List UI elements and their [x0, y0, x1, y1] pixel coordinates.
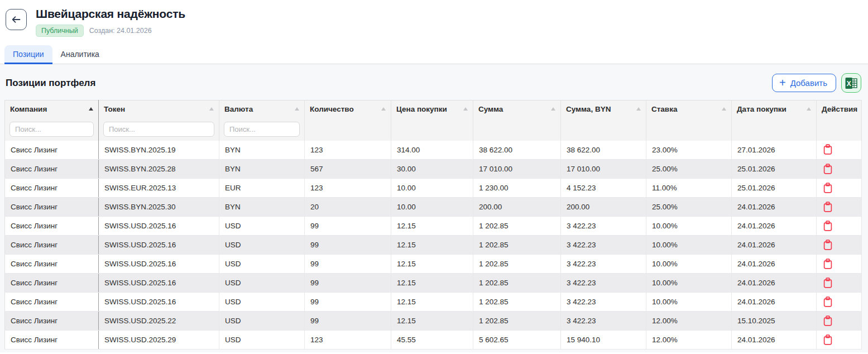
- filter-input-currency[interactable]: [224, 122, 300, 137]
- cell-rate: 10.00%: [646, 274, 732, 293]
- delete-row-button[interactable]: [822, 200, 833, 213]
- sort-asc-icon[interactable]: [722, 107, 726, 111]
- plus-icon: +: [779, 78, 786, 88]
- cell-currency: USD: [219, 274, 305, 293]
- table-row: Свисс ЛизингSWISS.BYN.2025.19BYN123314.0…: [5, 141, 862, 160]
- cell-quantity: 123: [305, 141, 391, 160]
- delete-row-button[interactable]: [822, 276, 833, 289]
- cell-quantity: 99: [305, 217, 391, 236]
- column-header-amount[interactable]: Сумма: [473, 101, 561, 118]
- cell-quantity: 567: [305, 160, 391, 179]
- sort-asc-icon[interactable]: [807, 107, 811, 111]
- filter-cell-purchase-price: [391, 118, 473, 141]
- sort-asc-icon[interactable]: [636, 107, 641, 111]
- delete-row-button[interactable]: [822, 314, 833, 327]
- cell-purchase-date: 25.01.2026: [732, 179, 817, 198]
- cell-rate: 10.00%: [646, 236, 732, 255]
- filter-cell-token: [99, 118, 219, 141]
- column-header-rate[interactable]: Ставка: [646, 101, 732, 118]
- delete-row-button[interactable]: [822, 181, 833, 194]
- cell-amount-byn: 3 422.23: [561, 255, 646, 274]
- add-position-button[interactable]: + Добавить: [772, 74, 836, 92]
- cell-currency: BYN: [219, 160, 305, 179]
- cell-rate: 10.00%: [646, 293, 732, 312]
- cell-token: SWISS.USD.2025.16: [99, 293, 219, 312]
- cell-currency: USD: [219, 312, 305, 331]
- cell-rate: 25.00%: [646, 198, 732, 217]
- cell-company: Свисс Лизинг: [5, 198, 99, 217]
- trash-icon: [823, 202, 832, 212]
- column-header-company[interactable]: Компания: [5, 101, 99, 118]
- cell-quantity: 99: [305, 312, 391, 331]
- sort-asc-icon[interactable]: [381, 107, 386, 111]
- cell-company: Свисс Лизинг: [5, 274, 99, 293]
- cell-rate: 11.00%: [646, 179, 732, 198]
- filter-input-company[interactable]: [9, 122, 94, 137]
- cell-token: SWISS.USD.2025.16: [99, 236, 219, 255]
- delete-row-button[interactable]: [822, 162, 833, 175]
- cell-purchase-price: 12.15: [391, 217, 473, 236]
- tab-positions[interactable]: Позиции: [4, 45, 52, 64]
- tab-bar: Позиции Аналитика: [0, 45, 868, 64]
- table-row: Свисс ЛизингSWISS.USD.2025.29USD12345.55…: [5, 331, 862, 350]
- cell-token: SWISS.EUR.2025.13: [99, 179, 219, 198]
- column-header-amount-byn[interactable]: Сумма, BYN: [561, 101, 646, 118]
- delete-row-button[interactable]: [822, 143, 833, 156]
- excel-icon: X: [845, 78, 857, 89]
- sort-asc-icon[interactable]: [209, 107, 214, 111]
- sort-asc-active-icon[interactable]: [89, 107, 93, 111]
- cell-amount: 1 202.85: [473, 274, 561, 293]
- arrow-left-icon: [11, 15, 21, 24]
- cell-rate: 10.00%: [646, 255, 732, 274]
- cell-currency: USD: [219, 217, 305, 236]
- column-header-quantity[interactable]: Количество: [305, 101, 391, 118]
- trash-icon: [823, 240, 832, 250]
- cell-company: Свисс Лизинг: [5, 217, 99, 236]
- cell-token: SWISS.BYN.2025.30: [99, 198, 219, 217]
- filter-input-token[interactable]: [103, 122, 214, 137]
- cell-rate: 12.00%: [646, 331, 732, 350]
- trash-icon: [823, 334, 832, 345]
- back-button[interactable]: [6, 9, 27, 30]
- cell-amount-byn: 3 422.23: [561, 217, 646, 236]
- cell-quantity: 99: [305, 255, 391, 274]
- table-row: Свисс ЛизингSWISS.EUR.2025.13EUR12310.00…: [5, 179, 862, 198]
- cell-company: Свисс Лизинг: [5, 255, 99, 274]
- cell-company: Свисс Лизинг: [5, 293, 99, 312]
- filter-cell-rate: [646, 118, 732, 141]
- cell-actions: [817, 236, 862, 255]
- page-header: Швейцарская надёжность Публичный Создан:…: [0, 0, 868, 37]
- delete-row-button[interactable]: [822, 219, 833, 232]
- cell-company: Свисс Лизинг: [5, 160, 99, 179]
- delete-row-button[interactable]: [822, 333, 833, 346]
- cell-actions: [817, 293, 862, 312]
- column-header-token[interactable]: Токен: [99, 101, 219, 118]
- sort-asc-icon[interactable]: [551, 107, 555, 111]
- column-header-currency[interactable]: Валюта: [219, 101, 305, 118]
- trash-icon: [823, 259, 832, 269]
- excel-export-button[interactable]: X: [841, 73, 861, 93]
- column-label-token: Токен: [104, 105, 125, 113]
- filter-cell-company: [5, 118, 99, 141]
- column-header-purchase-price[interactable]: Цена покупки: [391, 101, 473, 118]
- delete-row-button[interactable]: [822, 295, 833, 308]
- cell-purchase-date: 24.01.2026: [732, 331, 817, 350]
- cell-quantity: 123: [305, 331, 391, 350]
- delete-row-button[interactable]: [822, 238, 833, 251]
- cell-purchase-price: 10.00: [391, 179, 473, 198]
- cell-amount: 1 202.85: [473, 312, 561, 331]
- cell-token: SWISS.BYN.2025.28: [99, 160, 219, 179]
- cell-actions: [817, 160, 862, 179]
- column-label-company: Компания: [10, 105, 47, 113]
- cell-amount-byn: 15 940.10: [561, 331, 646, 350]
- cell-purchase-date: 24.01.2026: [732, 198, 817, 217]
- delete-row-button[interactable]: [822, 257, 833, 270]
- column-label-actions: Действия: [822, 105, 857, 113]
- cell-token: SWISS.BYN.2025.19: [99, 141, 219, 160]
- trash-icon: [823, 296, 832, 307]
- sort-asc-icon[interactable]: [295, 107, 299, 111]
- column-header-purchase-date[interactable]: Дата покупки: [732, 101, 817, 118]
- tab-analytics[interactable]: Аналитика: [52, 45, 108, 64]
- sort-asc-icon[interactable]: [463, 107, 468, 111]
- cell-actions: [817, 331, 862, 350]
